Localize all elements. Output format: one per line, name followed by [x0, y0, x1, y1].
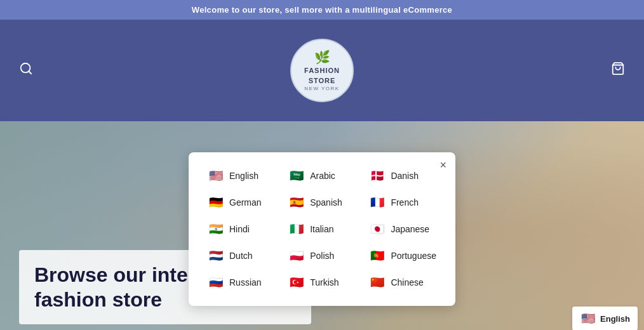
main-content: × 🇺🇸English🇸🇦Arabic🇩🇰Danish🇩🇪German🇪🇸Spa… [0, 121, 644, 330]
flag-icon: 🇺🇸 [208, 168, 224, 184]
language-label: Hindi [229, 224, 250, 234]
language-item-turkish[interactable]: 🇹🇷Turkish [285, 272, 359, 293]
flag-icon: 🇵🇹 [369, 248, 386, 264]
top-banner: Welcome to our store, sell more with a m… [0, 0, 644, 20]
language-item-italian[interactable]: 🇮🇹Italian [285, 218, 359, 240]
language-item-chinese[interactable]: 🇨🇳Chinese [365, 272, 440, 293]
banner-text: Welcome to our store, sell more with a m… [192, 5, 452, 15]
modal-overlay: × 🇺🇸English🇸🇦Arabic🇩🇰Danish🇩🇪German🇪🇸Spa… [0, 121, 644, 330]
language-item-spanish[interactable]: 🇪🇸Spanish [285, 192, 359, 213]
flag-icon: 🇩🇪 [208, 194, 224, 211]
language-label: Japanese [391, 224, 429, 234]
language-label: Turkish [310, 277, 339, 287]
language-label: German [229, 197, 262, 208]
language-label: Dutch [229, 251, 253, 261]
flag-icon: 🇪🇸 [288, 194, 305, 211]
cart-icon[interactable] [611, 62, 625, 79]
flag-icon: 🇩🇰 [369, 168, 386, 184]
modal-close-button[interactable]: × [439, 159, 446, 172]
language-label: Arabic [310, 171, 335, 181]
language-modal: × 🇺🇸English🇸🇦Arabic🇩🇰Danish🇩🇪German🇪🇸Spa… [189, 152, 455, 306]
language-item-arabic[interactable]: 🇸🇦Arabic [285, 165, 359, 187]
language-label: Chinese [391, 277, 423, 287]
language-label: Portuguese [391, 251, 436, 261]
language-item-danish[interactable]: 🇩🇰Danish [365, 165, 440, 187]
header: 🌿 FASHION STORE NEW YORK [0, 20, 644, 121]
language-label: Russian [229, 277, 262, 287]
language-label: Polish [310, 251, 334, 261]
language-label: Danish [391, 171, 419, 181]
flag-icon: 🇳🇱 [208, 248, 224, 264]
flag-icon: 🇸🇦 [288, 168, 305, 184]
language-label: English [229, 171, 258, 181]
flag-icon: 🇫🇷 [369, 194, 386, 211]
language-label: Italian [310, 224, 333, 234]
language-item-russian[interactable]: 🇷🇺Russian [204, 272, 278, 293]
language-label: French [391, 197, 419, 208]
brand-location: NEW YORK [304, 86, 339, 91]
flag-icon: 🇵🇱 [288, 248, 305, 264]
flag-icon: 🇨🇳 [369, 274, 386, 291]
search-icon[interactable] [19, 62, 33, 79]
flag-icon: 🇷🇺 [208, 274, 224, 291]
logo-icon: 🌿 [314, 50, 330, 65]
flag-icon: 🇹🇷 [288, 274, 305, 291]
language-item-polish[interactable]: 🇵🇱Polish [285, 245, 359, 267]
language-label: Spanish [310, 197, 342, 208]
language-item-french[interactable]: 🇫🇷French [365, 192, 440, 213]
flag-icon: 🇯🇵 [369, 221, 386, 237]
flag-icon: 🇮🇳 [208, 221, 224, 237]
svg-line-1 [29, 71, 31, 74]
flag-icon: 🇮🇹 [288, 221, 305, 237]
language-item-hindi[interactable]: 🇮🇳Hindi [204, 218, 278, 240]
logo: 🌿 FASHION STORE NEW YORK [290, 39, 354, 102]
language-item-german[interactable]: 🇩🇪German [204, 192, 278, 213]
language-item-dutch[interactable]: 🇳🇱Dutch [204, 245, 278, 267]
language-item-portuguese[interactable]: 🇵🇹Portuguese [365, 245, 440, 267]
language-grid: 🇺🇸English🇸🇦Arabic🇩🇰Danish🇩🇪German🇪🇸Spani… [204, 165, 440, 293]
brand-name: FASHION STORE [304, 66, 340, 86]
language-item-japanese[interactable]: 🇯🇵Japanese [365, 218, 440, 240]
language-item-english[interactable]: 🇺🇸English [204, 165, 278, 187]
